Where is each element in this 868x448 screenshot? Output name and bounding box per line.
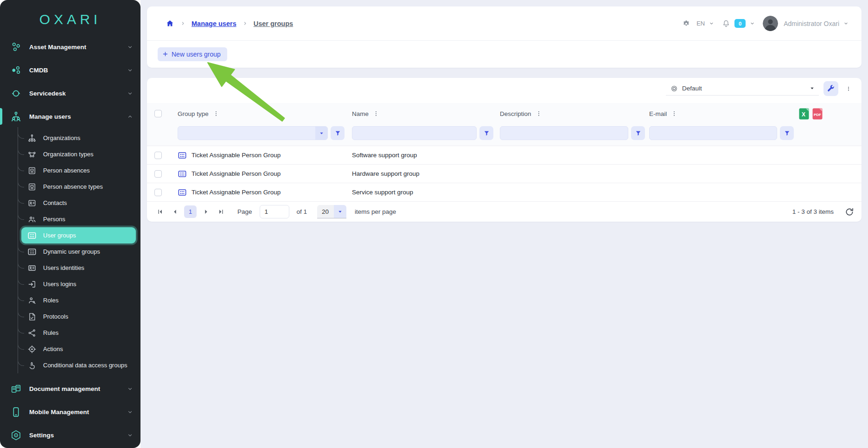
column-header-description[interactable]: Description xyxy=(500,110,531,117)
page-number-input[interactable] xyxy=(260,205,289,218)
prev-page-button[interactable] xyxy=(169,206,180,218)
top-bar: Manage users User groups EN 0 Administra… xyxy=(147,6,862,41)
sidebar-item-label: Mobile Management xyxy=(29,409,120,416)
sidebar-item-person-absence-types[interactable]: Person absence types xyxy=(18,179,140,195)
excel-file-icon[interactable]: X xyxy=(799,108,809,120)
bell-icon[interactable] xyxy=(722,19,730,28)
sidebar-item-organizations[interactable]: Organizations xyxy=(18,130,140,146)
kebab-icon[interactable] xyxy=(536,110,542,117)
view-selector[interactable]: Default xyxy=(666,82,819,96)
sidebar-item-user-groups[interactable]: User groups xyxy=(21,227,136,243)
servicedesk-icon xyxy=(10,88,22,99)
sidebar-item-users-identities[interactable]: Users identities xyxy=(18,260,140,276)
grid-head-band: Group type Name Description E-mail xyxy=(147,103,862,146)
breadcrumb-user-groups[interactable]: User groups xyxy=(254,20,293,27)
kebab-icon[interactable] xyxy=(671,110,677,117)
grid-settings-button[interactable] xyxy=(823,81,838,96)
row-checkbox[interactable] xyxy=(154,170,162,178)
name-filter-button[interactable] xyxy=(479,126,493,140)
cell-group-type: Ticket Assignable Person Group xyxy=(191,189,281,196)
app-root: OXARI Asset Management CMDB Servicedesk … xyxy=(0,0,868,448)
language-selector[interactable]: EN xyxy=(696,20,705,27)
user-menu[interactable]: Administrator Oxari xyxy=(784,20,839,27)
chevron-down-icon[interactable] xyxy=(709,21,714,26)
grid-menu-button[interactable] xyxy=(843,81,854,96)
refresh-button[interactable] xyxy=(845,207,854,217)
sidebar-item-contacts[interactable]: Contacts xyxy=(18,195,140,211)
current-page-button[interactable]: 1 xyxy=(184,205,197,218)
grid-toolbar: Default xyxy=(147,78,862,99)
page-of-label: of 1 xyxy=(297,208,307,215)
sidebar-item-dynamic-user-groups[interactable]: Dynamic user groups xyxy=(18,243,140,260)
sidebar-item-protocols[interactable]: Protocols xyxy=(18,308,140,325)
next-page-button[interactable] xyxy=(200,206,211,218)
sidebar-item-servicedesk[interactable]: Servicedesk xyxy=(0,83,140,103)
sidebar-item-label: Actions xyxy=(43,346,63,352)
column-header-email[interactable]: E-mail xyxy=(649,110,667,117)
description-filter-input[interactable] xyxy=(500,126,628,140)
email-filter-input[interactable] xyxy=(649,126,777,140)
sidebar-item-label: Servicedesk xyxy=(29,90,120,97)
description-filter-button[interactable] xyxy=(631,126,645,140)
column-header-group-type[interactable]: Group type xyxy=(178,110,209,117)
funnel-icon xyxy=(334,130,341,137)
column-header-name[interactable]: Name xyxy=(352,110,369,117)
sidebar-item-label: Organization types xyxy=(43,151,93,158)
gear-icon[interactable] xyxy=(682,19,690,28)
sidebar-item-roles[interactable]: Roles xyxy=(18,292,140,308)
group-type-filter-input[interactable] xyxy=(178,126,328,140)
main-content: Manage users User groups EN 0 Administra… xyxy=(140,0,868,448)
select-all-checkbox[interactable] xyxy=(154,110,162,117)
cell-name: Hardware support group xyxy=(352,170,420,177)
name-filter-input[interactable] xyxy=(352,126,477,140)
sidebar-item-document-management[interactable]: Document management xyxy=(0,379,140,398)
plus-icon xyxy=(162,51,168,57)
table-row[interactable]: Ticket Assignable Person Group Software … xyxy=(147,146,862,164)
new-users-group-button[interactable]: New users group xyxy=(158,47,227,61)
sidebar-item-persons[interactable]: Persons xyxy=(18,211,140,227)
cell-group-type: Ticket Assignable Person Group xyxy=(191,170,281,177)
chevron-down-icon[interactable] xyxy=(750,21,755,26)
sidebar-item-label: Protocols xyxy=(43,313,68,320)
kebab-icon[interactable] xyxy=(213,110,219,117)
page-size-select[interactable]: 20 xyxy=(317,205,346,218)
export-buttons: X PDF xyxy=(799,108,823,120)
last-page-icon xyxy=(217,208,224,215)
wrench-icon xyxy=(827,84,835,93)
avatar[interactable] xyxy=(763,16,778,31)
sidebar-item-mobile-management[interactable]: Mobile Management xyxy=(0,402,140,422)
sidebar-item-cmdb[interactable]: CMDB xyxy=(0,60,140,80)
items-per-page-label: items per page xyxy=(355,208,396,215)
email-filter-button[interactable] xyxy=(780,126,794,140)
chevron-down-icon[interactable] xyxy=(843,21,849,26)
table-row[interactable]: Ticket Assignable Person Group Service s… xyxy=(147,183,862,201)
sidebar-item-asset-management[interactable]: Asset Management xyxy=(0,37,140,57)
sidebar-item-conditional-data-access-groups[interactable]: Conditional data access groups xyxy=(18,357,140,373)
notification-badge[interactable]: 0 xyxy=(734,19,746,28)
sidebar-item-label: Person absences xyxy=(43,167,89,174)
pdf-file-icon[interactable]: PDF xyxy=(812,108,823,120)
caret-down-icon[interactable] xyxy=(315,127,327,140)
kebab-icon[interactable] xyxy=(373,110,379,117)
sidebar-item-person-absences[interactable]: Person absences xyxy=(18,162,140,179)
sidebar-item-manage-users[interactable]: Manage users xyxy=(0,107,140,126)
row-checkbox[interactable] xyxy=(154,189,162,196)
first-page-button[interactable] xyxy=(154,206,166,218)
sidebar-item-organization-types[interactable]: Organization types xyxy=(18,146,140,162)
pager: 1 Page of 1 20 items per page 1 - 3 of 3… xyxy=(147,201,862,222)
sidebar-item-label: Conditional data access groups xyxy=(43,362,127,369)
sidebar-item-users-logins[interactable]: Users logins xyxy=(18,276,140,292)
sidebar-item-rules[interactable]: Rules xyxy=(18,325,140,341)
sidebar-item-actions[interactable]: Actions xyxy=(18,341,140,357)
chevron-right-icon xyxy=(243,21,248,26)
row-checkbox[interactable] xyxy=(154,152,162,159)
table-row[interactable]: Ticket Assignable Person Group Hardware … xyxy=(147,164,862,183)
sidebar-item-label: Dynamic user groups xyxy=(43,248,100,255)
home-icon[interactable] xyxy=(166,19,174,28)
breadcrumb-manage-users[interactable]: Manage users xyxy=(191,20,236,27)
header-card: Manage users User groups EN 0 Administra… xyxy=(147,6,862,68)
group-type-filter-button[interactable] xyxy=(331,126,345,140)
last-page-button[interactable] xyxy=(215,206,226,218)
kebab-icon xyxy=(846,85,851,93)
sidebar-item-settings[interactable]: Settings xyxy=(0,425,140,445)
